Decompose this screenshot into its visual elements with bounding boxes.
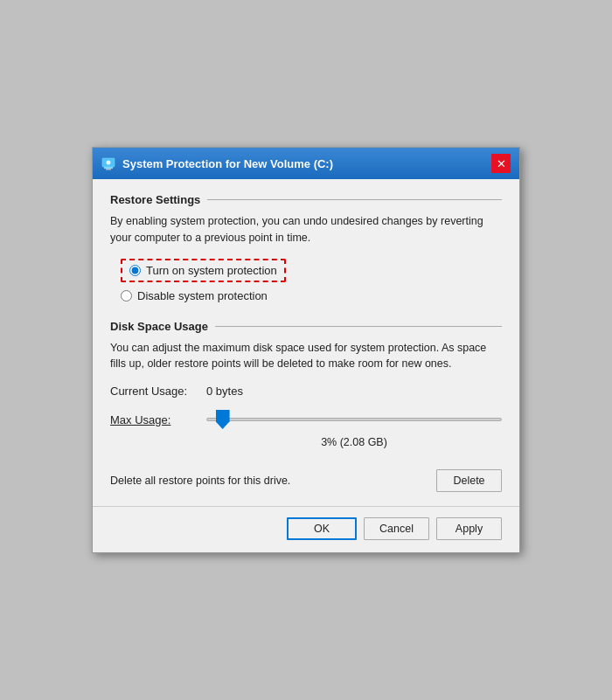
svg-rect-1 bbox=[104, 167, 113, 169]
current-usage-row: Current Usage: 0 bytes bbox=[110, 385, 502, 398]
dialog-footer: OK Cancel Apply bbox=[93, 506, 519, 552]
radio-off-label[interactable]: Disable system protection bbox=[137, 289, 268, 302]
radio-off-option[interactable]: Disable system protection bbox=[121, 289, 502, 302]
radio-group: Turn on system protection Disable system… bbox=[121, 259, 502, 302]
restore-settings-divider bbox=[207, 199, 502, 200]
svg-rect-2 bbox=[106, 169, 111, 170]
window-title: System Protection for New Volume (C:) bbox=[122, 157, 333, 170]
current-usage-value: 0 bytes bbox=[206, 385, 243, 398]
title-bar-left: System Protection for New Volume (C:) bbox=[101, 156, 333, 170]
close-button[interactable]: ✕ bbox=[491, 154, 511, 173]
radio-on-option[interactable]: Turn on system protection bbox=[121, 259, 502, 282]
radio-on-highlighted[interactable]: Turn on system protection bbox=[121, 259, 286, 282]
disk-space-divider bbox=[215, 326, 502, 327]
max-usage-label: Max Usage: bbox=[110, 413, 206, 426]
radio-on-label[interactable]: Turn on system protection bbox=[146, 264, 277, 277]
delete-button[interactable]: Delete bbox=[436, 469, 502, 492]
apply-button[interactable]: Apply bbox=[436, 517, 502, 540]
title-bar: System Protection for New Volume (C:) ✕ bbox=[93, 148, 519, 179]
radio-on-input[interactable] bbox=[129, 265, 141, 276]
disk-space-header-row: Disk Space Usage bbox=[110, 320, 502, 333]
restore-settings-header-row: Restore Settings bbox=[110, 193, 502, 206]
disk-space-heading: Disk Space Usage bbox=[110, 320, 208, 333]
dialog-window: System Protection for New Volume (C:) ✕ … bbox=[92, 147, 520, 553]
svg-point-3 bbox=[107, 161, 111, 165]
restore-settings-heading: Restore Settings bbox=[110, 193, 200, 206]
delete-row: Delete all restore points for this drive… bbox=[110, 461, 502, 492]
delete-description: Delete all restore points for this drive… bbox=[110, 475, 290, 487]
cancel-button[interactable]: Cancel bbox=[364, 517, 429, 540]
restore-settings-description: By enabling system protection, you can u… bbox=[110, 213, 502, 246]
disk-space-description: You can adjust the maximum disk space us… bbox=[110, 340, 502, 373]
system-protection-icon bbox=[101, 156, 115, 170]
dialog-content: Restore Settings By enabling system prot… bbox=[93, 179, 519, 506]
max-usage-slider[interactable] bbox=[206, 418, 502, 421]
slider-container bbox=[206, 406, 502, 433]
max-usage-row: Max Usage: bbox=[110, 406, 502, 433]
slider-value-display: 3% (2.08 GB) bbox=[206, 436, 502, 448]
radio-off-input[interactable] bbox=[121, 290, 132, 301]
ok-button[interactable]: OK bbox=[287, 517, 357, 540]
current-usage-label: Current Usage: bbox=[110, 385, 206, 398]
